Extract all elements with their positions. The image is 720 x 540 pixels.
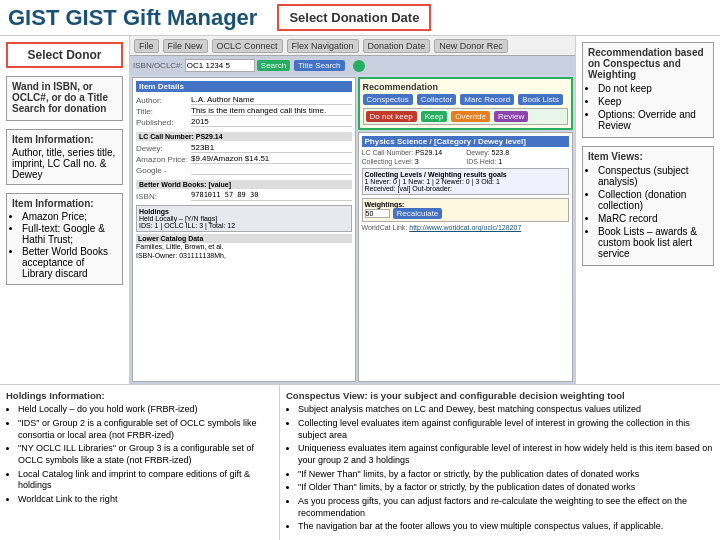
item-info-text-1: Author, title, series title, imprint, LC…	[12, 147, 117, 180]
title-row: Title: This is the item changed call thi…	[136, 106, 352, 116]
weighting-input[interactable]	[365, 209, 390, 218]
lc-call-section: LC Call Number: PS29.14	[136, 132, 352, 141]
item-info-box-2: Item Information: Amazon Price; Full-tex…	[6, 193, 123, 285]
worldcat-link: WorldCat Link: http://www.worldcat.org/o…	[362, 224, 570, 231]
isbn-input[interactable]	[185, 59, 255, 72]
conspectus-data-box: Physics Science / [Category / Dewey leve…	[358, 132, 574, 382]
toolbar-new-donor[interactable]: New Donor Rec	[434, 39, 508, 53]
analysis-header: Physics Science / [Category / Dewey leve…	[362, 136, 570, 147]
header: GIST GIST Gift Manager Select Donation D…	[0, 0, 720, 36]
toolbar-oclc[interactable]: OCLC Connect	[212, 39, 283, 53]
select-date-label: Select Donation Date	[289, 10, 419, 25]
collecting-levels: Collecting Levels / Weighting results go…	[362, 168, 570, 195]
recommendation-box: Recommendation Conspectus Collector Marc…	[358, 77, 574, 130]
conspectus-info-title: Conspectus View: is your subject and con…	[286, 390, 714, 401]
recommendation-title: Recommendation	[363, 82, 569, 92]
rec-info-title: Recommendation based on Conspectus and W…	[588, 47, 708, 80]
recommendation-buttons: Conspectus Collector Marc Record Book Li…	[363, 94, 569, 105]
dewey-row: Dewey: 523B1	[136, 143, 352, 153]
title-highlight: GIST	[8, 5, 65, 30]
isbn-barcode-row: ISBN: 9781011 57 89 30	[136, 191, 352, 201]
collector-btn[interactable]: Collector	[417, 94, 457, 105]
weightings-section: Weightings: Recalculate	[362, 198, 570, 222]
recommendation-info-box: Recommendation based on Conspectus and W…	[582, 42, 714, 138]
select-donor-box[interactable]: Select Donor	[6, 42, 123, 68]
recalculate-btn[interactable]: Recalculate	[393, 208, 443, 219]
do-not-keep-btn[interactable]: Do not keep	[366, 111, 417, 122]
better-world-section: Better World Books: [value]	[136, 180, 352, 189]
right-panel: Recommendation based on Conspectus and W…	[575, 36, 720, 384]
conspectus-info-list: Subject analysis matches on LC and Dewey…	[286, 404, 714, 533]
toolbar-file[interactable]: File	[134, 39, 159, 53]
title-search-button[interactable]: Title Search	[294, 60, 344, 71]
screenshot-sim: File File New OCLC Connect Flex Navigati…	[130, 36, 575, 384]
keep-btn[interactable]: Keep	[421, 111, 448, 122]
conspectus-btn[interactable]: Conspectus	[363, 94, 413, 105]
published-row: Published: 2015	[136, 117, 352, 127]
item-info-list-2: Amazon Price; Full-text: Google & Hathi …	[12, 211, 117, 279]
holdings-info-section: Holdings Information: Held Locally – do …	[0, 385, 280, 540]
title-rest: GIST Gift Manager	[65, 5, 257, 30]
amazon-row: Amazon Price: $9.49/Amazon $14.51	[136, 154, 352, 164]
toolbar-file-new[interactable]: File New	[163, 39, 208, 53]
bottom-section: Holdings Information: Held Locally – do …	[0, 384, 720, 540]
isbn-label-ss: ISBN/OCLC#:	[133, 61, 183, 70]
left-panel: Select Donor Wand in ISBN, or OCLC#, or …	[0, 36, 130, 384]
holdings-info-list: Held Locally – do you hold work (FRBR-iz…	[6, 404, 273, 506]
toolbar-flex[interactable]: Flex Navigation	[287, 39, 359, 53]
item-details-header: Item Details	[136, 81, 352, 92]
item-info-title-2: Item Information:	[12, 198, 117, 209]
google-row: Google -	[136, 165, 352, 175]
item-views-title: Item Views:	[588, 151, 708, 162]
rec-info-list: Do not keep Keep Options: Override and R…	[588, 83, 708, 131]
item-views-box: Item Views: Conspectus (subject analysis…	[582, 146, 714, 266]
top-area: Select Donor Wand in ISBN, or OCLC#, or …	[0, 36, 720, 384]
author-row: Author: L.A. Author Name	[136, 95, 352, 105]
review-btn[interactable]: Review	[494, 111, 528, 122]
item-info-title-1: Item Information:	[12, 134, 117, 145]
marc-record-btn[interactable]: Marc Record	[460, 94, 514, 105]
select-donation-date-box[interactable]: Select Donation Date	[277, 4, 431, 31]
wand-info-box: Wand in ISBN, or OCLC#, or do a Title Se…	[6, 76, 123, 121]
search-button[interactable]: Search	[257, 60, 290, 71]
select-donor-label: Select Donor	[27, 48, 101, 62]
recommendation-actions: Do not keep Keep Override Review	[363, 108, 569, 125]
conspectus-info-section: Conspectus View: is your subject and con…	[280, 385, 720, 540]
center-panel: File File New OCLC Connect Flex Navigati…	[130, 36, 575, 384]
holdings-info-title: Holdings Information:	[6, 390, 273, 401]
wand-info-title: Wand in ISBN, or OCLC#, or do a Title Se…	[12, 81, 117, 114]
isbn-owner-section: ISBN-Owner: 031111138Mh,	[136, 252, 352, 259]
worldcat-url[interactable]: http://www.worldcat.org/oclc/128207	[409, 224, 521, 231]
analysis-grid: LC Call Number: PS29.14 Dewey: 523.8 Col…	[362, 149, 570, 165]
app: GIST GIST Gift Manager Select Donation D…	[0, 0, 720, 540]
item-info-box-1: Item Information: Author, title, series …	[6, 129, 123, 185]
toolbar-donation-date[interactable]: Donation Date	[363, 39, 431, 53]
item-views-list: Conspectus (subject analysis) Collection…	[588, 165, 708, 259]
ss-toolbar: File File New OCLC Connect Flex Navigati…	[130, 36, 575, 56]
lower-catalog-section: Lower Catalog Data Families, Little, Bro…	[136, 234, 352, 250]
holdings-section: Holdings Held Locally – [Y/N flags] IDS:…	[136, 205, 352, 232]
book-lists-btn[interactable]: Book Lists	[518, 94, 563, 105]
status-indicator	[353, 60, 365, 72]
override-btn[interactable]: Override	[451, 111, 490, 122]
app-title: GIST GIST Gift Manager	[8, 5, 257, 31]
